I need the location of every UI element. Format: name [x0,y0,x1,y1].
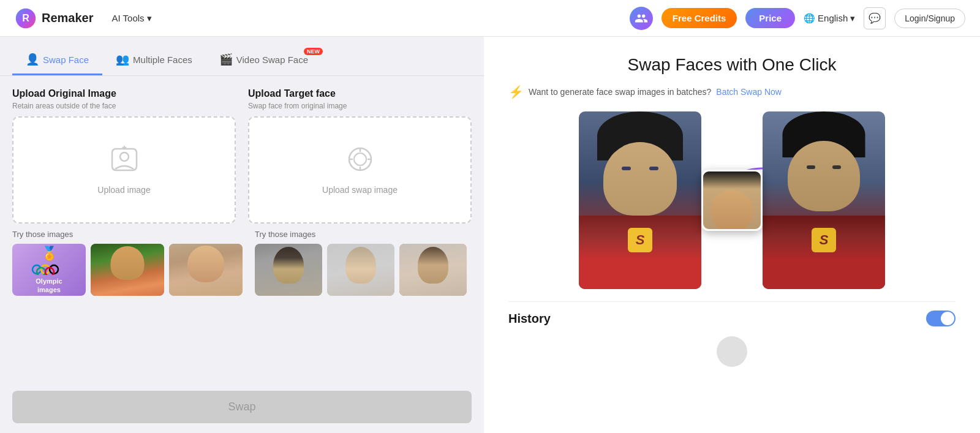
bottom-avatar [717,336,747,367]
face2-image-thumb[interactable] [327,244,394,296]
face-upload-icon-svg [109,146,140,173]
multiple-persons-icon: 👥 [116,53,129,66]
upload-target-text: Upload swap image [322,185,398,195]
video-icon: 🎬 [219,53,233,66]
girl2-image-thumb[interactable] [169,244,243,296]
users-icon[interactable] [630,7,653,30]
face1-image-thumb[interactable] [255,244,322,296]
olympic-image-thumb[interactable]: 🏅 Olympicimages [12,244,86,296]
demo-before-container: S [579,111,701,289]
swap-button[interactable]: Swap [12,391,472,423]
small-face-overlay [701,170,763,231]
lang-chevron-icon: ▾ [850,13,855,24]
upload-target-title: Upload Target face [248,88,472,99]
right-panel: Swap Faces with One Click ⚡ Want to gene… [484,37,980,433]
globe-icon: 🌐 [804,13,815,24]
tab-video-swap-face[interactable]: 🎬 Video Swap Face NEW [206,47,322,75]
olympic-rings-icon: 🏅 [41,246,58,262]
tab-video-label: Video Swap Face [236,55,308,65]
tab-swap-face[interactable]: 👤 Swap Face [12,47,102,75]
try-original-images: 🏅 Olympicimages [12,244,243,296]
demo-after-container: S [763,111,885,289]
login-signup-button[interactable]: Login/Signup [894,9,965,28]
svg-point-3 [120,152,129,161]
upload-target-column: Upload Target face Swap face from origin… [248,88,472,224]
logo-icon: R [15,7,37,29]
upload-original-column: Upload Original Image Retain areas outsi… [12,88,236,224]
logo-name: Remaker [42,11,94,25]
upload-original-box[interactable]: Upload image [12,116,236,224]
layers-icon: ⚡ [508,85,524,99]
bottom-area [508,336,956,367]
history-section: History [508,301,956,326]
try-target-col: Try those images [255,230,472,296]
price-button[interactable]: Price [745,8,795,28]
language-label: English [818,13,848,23]
ai-tools-label: AI Tools [112,13,145,23]
face-target-icon-svg [345,146,375,173]
upload-section: Upload Original Image Retain areas outsi… [0,76,484,230]
try-target-label: Try those images [255,230,472,239]
svg-point-6 [354,153,366,165]
toggle-knob [941,312,954,325]
upload-original-icon [109,146,140,179]
upload-target-subtitle: Swap face from original image [248,102,472,110]
demo-images-area: S [508,111,956,289]
right-panel-title: Swap Faces with One Click [508,55,956,75]
try-target-images [255,244,472,296]
upload-target-icon [345,146,375,179]
girl1-image-thumb[interactable] [91,244,164,296]
upload-original-subtitle: Retain areas outside of the face [12,102,236,110]
chat-icon[interactable]: 💬 [864,7,886,29]
person-icon: 👤 [26,53,39,66]
free-credits-button[interactable]: Free Credits [662,8,737,28]
left-panel: 👤 Swap Face 👥 Multiple Faces 🎬 Video Swa… [0,37,484,433]
logo-area[interactable]: R Remaker [15,7,94,29]
chat-symbol: 💬 [869,12,881,24]
upload-original-title: Upload Original Image [12,88,236,99]
try-images-section: Try those images 🏅 Olympicimages [0,230,484,296]
history-label: History [508,312,551,326]
users-svg [635,12,648,25]
header: R Remaker AI Tools ▾ Free Credits Price … [0,0,980,37]
tab-multiple-faces[interactable]: 👥 Multiple Faces [102,47,206,75]
upload-original-text: Upload image [97,185,150,195]
ai-tools-button[interactable]: AI Tools ▾ [106,9,158,28]
olympic-label: Olympicimages [36,277,62,293]
arrow-container [701,170,763,231]
face3-image-thumb[interactable] [399,244,467,296]
tab-swap-face-label: Swap Face [43,55,89,65]
upload-target-box[interactable]: Upload swap image [248,116,472,224]
demo-after-image: S [763,111,885,289]
header-right: Free Credits Price 🌐 English ▾ 💬 Login/S… [630,7,965,30]
svg-text:R: R [22,12,29,23]
olympic-rings-svg [31,264,67,275]
swap-button-area: Swap [0,381,484,433]
language-selector[interactable]: 🌐 English ▾ [804,13,855,24]
batch-text: Want to generate face swap images in bat… [529,87,711,97]
batch-info: ⚡ Want to generate face swap images in b… [508,85,956,99]
chevron-down-icon: ▾ [147,13,152,24]
try-original-label: Try those images [12,230,243,239]
new-badge: NEW [304,48,323,55]
tab-multiple-faces-label: Multiple Faces [133,55,192,65]
tabs-bar: 👤 Swap Face 👥 Multiple Faces 🎬 Video Swa… [0,37,484,76]
history-toggle[interactable] [926,311,956,326]
main-content: 👤 Swap Face 👥 Multiple Faces 🎬 Video Swa… [0,37,980,433]
try-original-col: Try those images 🏅 Olympicimages [12,230,243,296]
demo-before-image: S [579,111,701,289]
batch-swap-link[interactable]: Batch Swap Now [716,87,782,97]
